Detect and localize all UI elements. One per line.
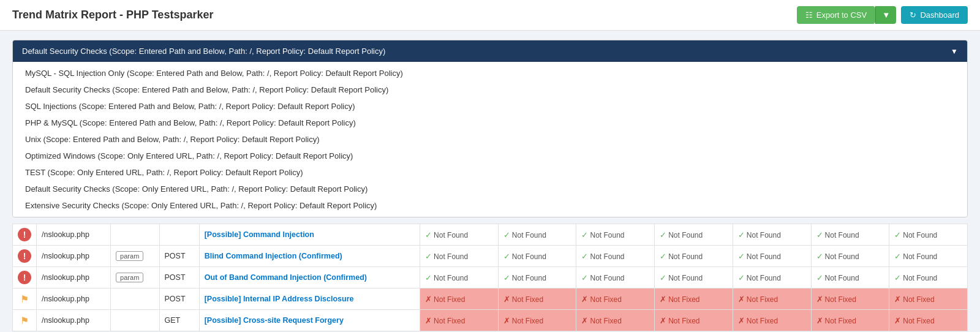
results-table: !/nslookup.php[Possible] Command Injecti… <box>12 224 968 331</box>
vulnerability-link[interactable]: Out of Band Command Injection (Confirmed… <box>205 273 367 282</box>
check-icon: ✓ <box>660 231 666 240</box>
x-icon: ✗ <box>816 317 823 325</box>
param-cell: param <box>111 267 159 289</box>
warning-icon: ⚑ <box>18 314 31 327</box>
dropdown-item-8[interactable]: Extensive Security Checks (Scope: Only E… <box>13 197 967 214</box>
status-cell-4: ✓Not Found <box>733 267 811 289</box>
dashboard-button[interactable]: ↻ Dashboard <box>901 6 968 24</box>
dropdown-body: MySQL - SQL Injection Only (Scope: Enter… <box>13 62 967 217</box>
status-cell-3: ✗Not Fixed <box>655 310 733 331</box>
table-row: ⚑/nslookup.phpPOST[Possible] Internal IP… <box>13 289 968 310</box>
warning-icon: ⚑ <box>18 292 31 306</box>
path-cell: /nslookup.php <box>37 310 111 331</box>
status-label: Not Fixed <box>825 295 856 304</box>
x-icon: ✗ <box>581 317 588 325</box>
severity-icon-cell: ! <box>13 267 37 289</box>
status-cell-3: ✗Not Fixed <box>655 289 733 310</box>
x-icon: ✗ <box>503 317 510 325</box>
export-csv-dropdown-button[interactable]: ▼ <box>875 6 896 24</box>
status-cell-3: ✓Not Found <box>655 267 733 289</box>
status-cell-2: ✓Not Found <box>576 267 655 289</box>
status-cell-2: ✓Not Found <box>576 246 655 267</box>
danger-icon: ! <box>18 271 31 284</box>
check-icon: ✓ <box>894 252 901 261</box>
param-cell <box>111 224 159 246</box>
status-label: Not Found <box>590 231 624 240</box>
vulnerability-link[interactable]: [Possible] Cross-site Request Forgery <box>205 316 344 325</box>
status-label: Not Found <box>825 274 859 282</box>
vulnerability-link[interactable]: Blind Command Injection (Confirmed) <box>205 252 342 260</box>
status-label: Not Fixed <box>590 317 621 325</box>
status-label: Not Fixed <box>668 295 699 304</box>
status-cell-1: ✓Not Found <box>498 246 576 267</box>
dropdown-caret-icon: ▼ <box>951 47 958 56</box>
status-cell-2: ✗Not Fixed <box>576 289 655 310</box>
severity-icon-cell: ! <box>13 224 37 246</box>
results-table-container: !/nslookup.php[Possible] Command Injecti… <box>12 224 968 331</box>
method-cell: POST <box>159 246 199 267</box>
dropdown-item-0[interactable]: MySQL - SQL Injection Only (Scope: Enter… <box>13 65 967 81</box>
param-cell: param <box>111 246 159 267</box>
header-actions: ☷ Export to CSV ▼ ↻ Dashboard <box>797 6 968 24</box>
path-cell: /nslookup.php <box>37 267 111 289</box>
status-label: Not Found <box>903 252 937 261</box>
dropdown-item-4[interactable]: Unix (Scope: Entered Path and Below, Pat… <box>13 131 967 148</box>
path-cell: /nslookup.php <box>37 224 111 246</box>
dropdown-item-7[interactable]: Default Security Checks (Scope: Only Ent… <box>13 181 967 197</box>
table-icon: ☷ <box>805 10 813 20</box>
status-label: Not Found <box>825 252 859 261</box>
status-cell-0: ✓Not Found <box>420 246 499 267</box>
vulnerability-cell[interactable]: [Possible] Cross-site Request Forgery <box>199 310 420 331</box>
check-icon: ✓ <box>894 231 901 240</box>
status-label: Not Found <box>668 252 703 261</box>
dropdown-header[interactable]: Default Security Checks (Scope: Entered … <box>13 40 967 62</box>
table-row: !/nslookup.php[Possible] Command Injecti… <box>13 224 968 246</box>
status-label: Not Fixed <box>903 317 934 325</box>
status-cell-6: ✗Not Fixed <box>889 289 968 310</box>
check-icon: ✓ <box>894 274 901 282</box>
x-icon: ✗ <box>425 317 432 325</box>
dropdown-item-3[interactable]: PHP & MySQL (Scope: Entered Path and Bel… <box>13 115 967 131</box>
check-icon: ✓ <box>738 252 745 261</box>
dropdown-item-6[interactable]: TEST (Scope: Only Entered URL, Path: /, … <box>13 164 967 181</box>
status-cell-4: ✗Not Fixed <box>733 289 811 310</box>
vulnerability-cell[interactable]: Out of Band Command Injection (Confirmed… <box>199 267 420 289</box>
status-cell-5: ✓Not Found <box>811 246 889 267</box>
status-label: Not Found <box>903 274 937 282</box>
check-icon: ✓ <box>503 231 510 240</box>
vulnerability-cell[interactable]: Blind Command Injection (Confirmed) <box>199 246 420 267</box>
dropdown-item-5[interactable]: Optimized Windows (Scope: Only Entered U… <box>13 148 967 164</box>
vulnerability-cell[interactable]: [Possible] Internal IP Address Disclosur… <box>199 289 420 310</box>
dashboard-icon: ↻ <box>910 10 916 20</box>
x-icon: ✗ <box>425 295 432 304</box>
check-icon: ✓ <box>660 252 666 261</box>
method-cell <box>159 224 199 246</box>
page-title: Trend Matrix Report - PHP Testsparker <box>12 9 213 21</box>
status-cell-0: ✓Not Found <box>420 267 499 289</box>
status-cell-6: ✓Not Found <box>889 267 968 289</box>
status-cell-0: ✗Not Fixed <box>420 310 499 331</box>
check-icon: ✓ <box>816 252 823 261</box>
export-csv-button[interactable]: ☷ Export to CSV <box>797 6 875 24</box>
status-label: Not Found <box>668 274 703 282</box>
x-icon: ✗ <box>503 295 510 304</box>
check-icon: ✓ <box>425 231 432 240</box>
status-label: Not Found <box>434 231 468 240</box>
check-icon: ✓ <box>503 252 510 261</box>
status-label: Not Found <box>512 252 546 261</box>
x-icon: ✗ <box>660 317 666 325</box>
status-cell-5: ✗Not Fixed <box>811 310 889 331</box>
vulnerability-link[interactable]: [Possible] Internal IP Address Disclosur… <box>205 295 354 303</box>
severity-icon-cell: ⚑ <box>13 289 37 310</box>
dropdown-item-2[interactable]: SQL Injections (Scope: Entered Path and … <box>13 98 967 115</box>
check-icon: ✓ <box>503 274 510 282</box>
vulnerability-link[interactable]: [Possible] Command Injection <box>205 230 314 239</box>
param-badge: param <box>116 273 143 282</box>
dropdown-item-1[interactable]: Default Security Checks (Scope: Entered … <box>13 81 967 98</box>
vulnerability-cell[interactable]: [Possible] Command Injection <box>199 224 420 246</box>
status-label: Not Found <box>903 231 937 240</box>
status-cell-5: ✓Not Found <box>811 224 889 246</box>
status-cell-4: ✗Not Fixed <box>733 310 811 331</box>
param-badge: param <box>116 251 143 261</box>
param-cell <box>111 310 159 331</box>
